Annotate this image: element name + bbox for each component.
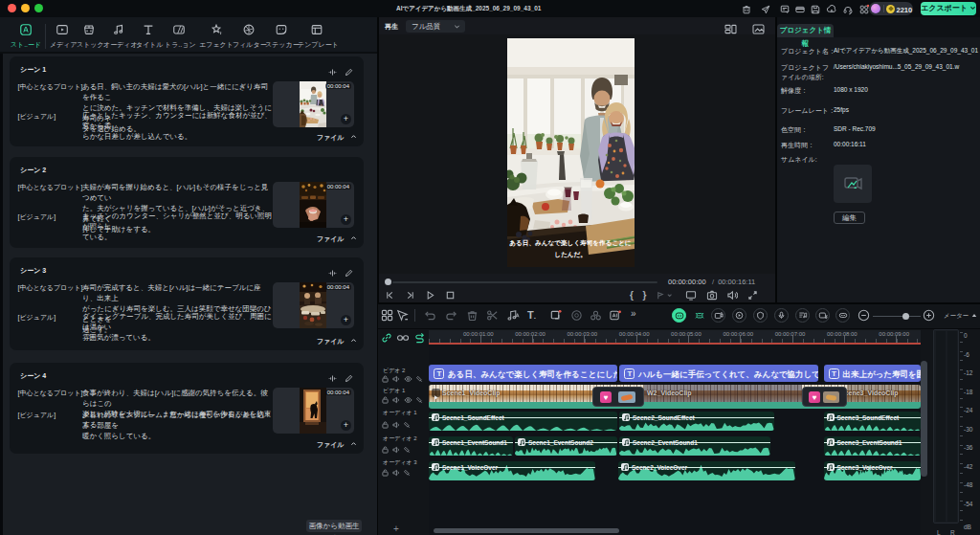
svg-text:ある日、みんなで楽しく寿司を作ることに: ある日、みんなで楽しく寿司を作ることに	[509, 239, 631, 247]
svg-text:したんだ。: したんだ。	[554, 251, 587, 258]
